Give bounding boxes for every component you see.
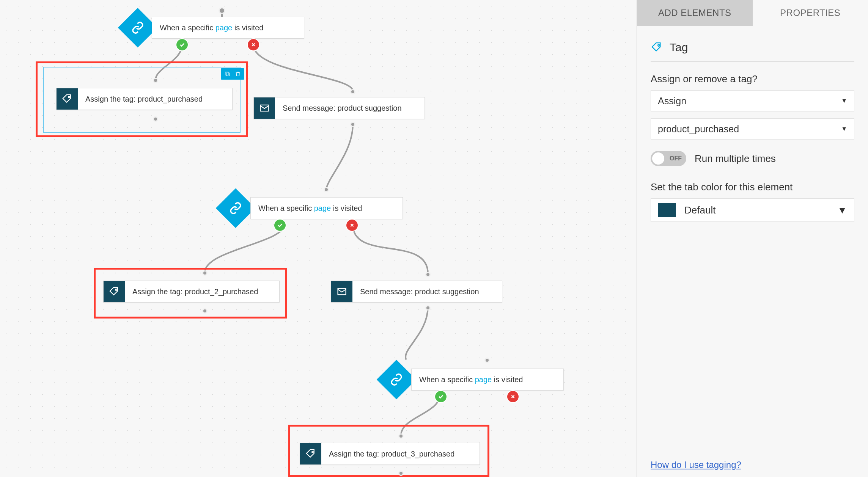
canvas-dot [202,270,208,276]
yes-branch-icon [176,39,188,50]
message-node-1[interactable]: Send message: product suggestion [253,97,425,119]
yes-branch-icon [435,391,447,402]
canvas-dot [425,305,431,311]
panel-tabs: ADD ELEMENTS PROPERTIES [637,0,868,26]
help-link[interactable]: How do I use tagging? [651,460,741,470]
canvas-dot [153,116,158,122]
tag-icon [651,41,663,53]
canvas-dot [219,7,225,14]
svg-point-4 [115,289,117,290]
yes-branch-icon [274,220,286,231]
panel-title: Tag [670,41,688,54]
tag-node-label: Assign the tag: product_2_purchased [125,287,266,296]
trigger-node-label: When a specific page is visited [152,24,271,32]
run-multiple-toggle[interactable]: OFF [651,151,686,166]
no-branch-icon [248,39,259,50]
mail-icon [259,103,270,113]
link-icon [390,373,403,386]
toggle-knob [652,152,664,165]
canvas-dot [350,122,355,127]
workflow-canvas[interactable]: When a specific page is visited [0,0,637,477]
color-label: Set the tab color for this element [651,181,854,193]
tag-icon [108,286,120,297]
canvas-dot [398,471,404,476]
chevron-down-icon: ▼ [841,97,847,104]
node-toolbar [221,68,244,80]
tag-node-label: Assign the tag: product_purchased [78,95,210,104]
svg-rect-0 [226,73,229,76]
tag-node-3[interactable]: Assign the tag: product_3_purchased [300,443,480,465]
tag-icon [61,93,73,105]
trigger-diamond[interactable] [377,360,417,400]
trigger-node-label: When a specific page is visited [251,204,370,213]
toggle-text: OFF [670,155,682,162]
svg-point-2 [68,96,70,98]
svg-rect-1 [225,72,228,75]
canvas-dot [484,358,490,363]
message-node-label: Send message: product suggestion [352,287,487,296]
svg-point-6 [312,451,313,453]
tab-color-value: Default [684,204,715,216]
tag-node-1[interactable]: Assign the tag: product_purchased [56,88,233,110]
trigger-node-label: When a specific page is visited [412,375,530,384]
chevron-down-icon: ▼ [841,126,847,132]
message-node-2[interactable]: Send message: product suggestion [331,281,502,303]
duplicate-button[interactable] [223,70,231,78]
assign-label: Assign or remove a tag? [651,73,854,85]
trigger-node-3[interactable]: When a specific page is visited [411,369,564,391]
run-multiple-label: Run multiple times [695,153,776,165]
tag-node-label: Assign the tag: product_3_purchased [321,450,462,458]
trigger-node-2[interactable]: When a specific page is visited [250,197,403,219]
no-branch-icon [346,220,358,231]
assign-select[interactable]: Assign ▼ [651,90,854,111]
tab-properties[interactable]: PROPERTIES [753,0,868,26]
color-swatch [658,203,676,217]
svg-point-7 [658,45,659,46]
tag-select-value: product_purchased [658,124,739,135]
link-icon [131,21,144,34]
assign-select-value: Assign [658,96,686,107]
no-branch-icon [507,391,519,402]
canvas-dot [398,433,404,439]
delete-button[interactable] [234,70,242,78]
canvas-dot [324,187,329,192]
tab-color-select[interactable]: Default ▼ [651,198,854,222]
tag-icon [305,448,316,460]
link-icon [229,202,242,215]
trigger-diamond[interactable] [216,188,256,228]
mail-icon [337,286,347,297]
canvas-dot [202,308,208,314]
message-node-label: Send message: product suggestion [275,104,409,113]
canvas-dot [153,78,158,83]
canvas-dot [350,89,355,94]
properties-panel: ADD ELEMENTS PROPERTIES Tag Assign or re… [637,0,868,477]
canvas-dot [425,272,431,277]
trash-icon [235,71,241,77]
trigger-node-1[interactable]: When a specific page is visited [152,17,304,39]
chevron-down-icon: ▼ [837,204,847,216]
tab-add-elements[interactable]: ADD ELEMENTS [637,0,753,26]
tag-select[interactable]: product_purchased ▼ [651,118,854,140]
tag-node-2[interactable]: Assign the tag: product_2_purchased [103,281,280,303]
copy-icon [224,71,230,77]
